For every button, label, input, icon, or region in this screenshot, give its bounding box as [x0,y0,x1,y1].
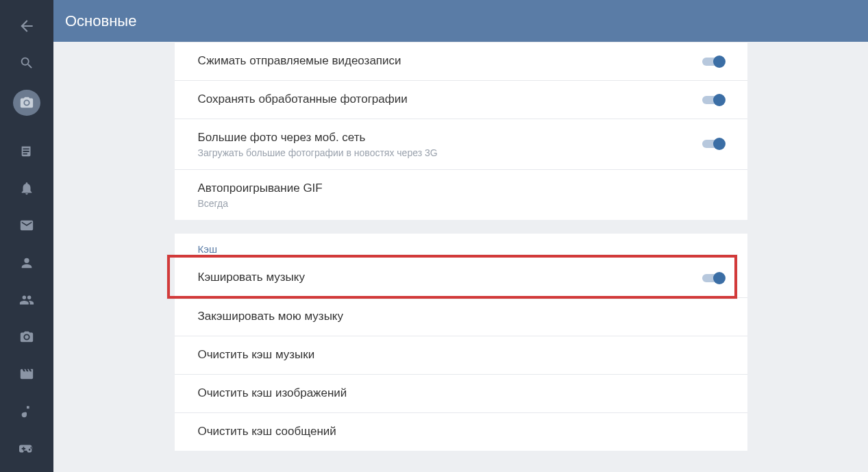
row-title: Очистить кэш сообщений [198,424,724,440]
row-title: Большие фото через моб. сеть [198,130,701,146]
settings-row-clear-music-cache[interactable]: Очистить кэш музыки [175,336,747,374]
row-title: Очистить кэш музыки [198,347,724,363]
toggle-switch[interactable] [701,55,724,69]
toggle-switch[interactable] [701,271,724,285]
row-title: Сжимать отправляемые видеозаписи [198,53,701,69]
toggle-switch[interactable] [701,93,724,107]
settings-row-cache-music[interactable]: Кэшировать музыку [175,259,747,297]
row-subtitle: Всегда [198,198,724,209]
camera-icon[interactable] [13,90,40,116]
row-title: Закэшировать мою музыку [198,309,724,325]
profile-icon[interactable] [12,249,41,277]
settings-row-gif-autoplay[interactable]: Автопроигрывание GIF Всегда [175,169,747,220]
photos-icon[interactable] [12,323,41,351]
row-title: Автопроигрывание GIF [198,181,724,197]
row-subtitle: Загружать большие фотографии в новостях … [198,147,701,158]
header: Основные [53,0,868,42]
notifications-icon[interactable] [12,175,41,202]
back-icon[interactable] [12,12,41,40]
settings-row-cache-my-music[interactable]: Закэшировать мою музыку [175,297,747,336]
settings-section-cache: Кэш Кэшировать музыку Закэшировать мою м… [175,234,747,451]
groups-icon[interactable] [12,286,41,314]
settings-row-clear-messages-cache[interactable]: Очистить кэш сообщений [175,412,747,451]
page-title: Основные [65,12,136,30]
settings-row-clear-image-cache[interactable]: Очистить кэш изображений [175,374,747,412]
toggle-switch[interactable] [701,137,724,151]
section-header-cache: Кэш [175,234,747,255]
main: Основные Сжимать отправляемые видеозапис… [53,0,868,472]
row-title: Сохранять обработанные фотографии [198,92,701,108]
settings-row-big-photos-mobile[interactable]: Большие фото через моб. сеть Загружать б… [175,119,747,169]
settings-row-save-photos[interactable]: Сохранять обработанные фотографии [175,80,747,119]
content: Сжимать отправляемые видеозаписи Сохраня… [53,42,868,472]
messages-icon[interactable] [12,212,41,239]
settings-section-media: Сжимать отправляемые видеозаписи Сохраня… [175,42,747,220]
settings-row-compress-video[interactable]: Сжимать отправляемые видеозаписи [175,42,747,80]
news-icon[interactable] [12,138,41,165]
music-icon[interactable] [12,398,41,425]
search-icon[interactable] [12,49,41,77]
games-icon[interactable] [12,435,41,462]
videos-icon[interactable] [12,360,41,388]
row-title: Очистить кэш изображений [198,386,724,401]
row-title: Кэшировать музыку [198,270,701,286]
sidebar [0,0,53,472]
